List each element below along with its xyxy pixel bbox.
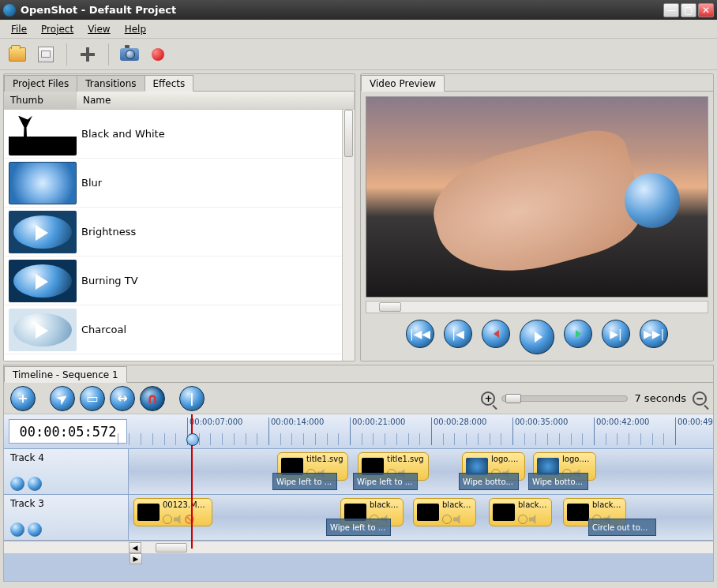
- track-row: Track 4 title1.svg title1.svg logo.png l…: [4, 449, 713, 495]
- menu-help[interactable]: Help: [118, 22, 152, 36]
- play-button[interactable]: [520, 320, 554, 354]
- timeline-ruler[interactable]: 00:00:07:00000:00:14:00000:00:21:00000:0…: [132, 414, 713, 448]
- clip-thumb: [567, 504, 589, 521]
- clip-visible-icon: [518, 515, 527, 524]
- timeline-body[interactable]: 00:00:05:572 00:00:07:00000:00:14:00000:…: [4, 414, 713, 581]
- project-panel: Project Files Transitions Effects Thumb …: [3, 73, 355, 361]
- timeline-hscrollbar[interactable]: ◀▶: [4, 541, 713, 553]
- clip-label: black.svg: [592, 500, 622, 509]
- track-visible-button[interactable]: [10, 477, 24, 491]
- ruler-minor-tick: [490, 433, 490, 445]
- ruler-minor-tick: [547, 433, 548, 445]
- tab-transitions[interactable]: Transitions: [77, 75, 145, 92]
- ruler-minor-tick: [524, 433, 525, 445]
- transition[interactable]: ⬆Wipe botto...: [528, 473, 588, 490]
- record-button[interactable]: [147, 43, 169, 66]
- track-header[interactable]: Track 4: [4, 449, 129, 494]
- ruler-minor-tick: [141, 433, 141, 445]
- preview-seek-bar[interactable]: [366, 301, 708, 313]
- track-lane[interactable]: 00123.MTS.mp4 black.svg black.svg black.…: [129, 495, 713, 540]
- import-button[interactable]: [77, 43, 99, 66]
- snapshot-button[interactable]: [118, 43, 141, 66]
- seek-end-button[interactable]: ▶▶|: [640, 320, 668, 348]
- effect-row[interactable]: Brightness: [4, 208, 342, 257]
- close-button[interactable]: ✕: [698, 3, 714, 17]
- clip-audio-icon: [529, 515, 539, 524]
- transition-arrow-icon: ⬆: [482, 473, 494, 476]
- effect-thumb: [9, 211, 77, 253]
- add-marker-button[interactable]: |: [179, 386, 205, 411]
- menu-view[interactable]: View: [81, 22, 116, 36]
- column-thumb[interactable]: Thumb: [4, 92, 77, 109]
- track-header[interactable]: Track 3: [4, 495, 129, 540]
- ruler-minor-tick: [385, 433, 385, 445]
- tab-timeline[interactable]: Timeline - Sequence 1: [4, 366, 127, 383]
- open-button[interactable]: [6, 43, 28, 66]
- zoom-in-button[interactable]: [481, 391, 495, 406]
- video-preview[interactable]: [366, 96, 708, 298]
- effect-row[interactable]: Burning TV: [4, 257, 342, 305]
- column-name[interactable]: Name: [77, 92, 355, 109]
- transition-arrow-icon: ⬆: [616, 519, 628, 522]
- zoom-slider-thumb[interactable]: [505, 394, 521, 403]
- seek-start-button[interactable]: |◀◀: [406, 320, 434, 348]
- clip-label: black.svg: [370, 500, 400, 509]
- effect-row[interactable]: Black and White: [4, 110, 342, 159]
- razor-tool-button[interactable]: ▭: [80, 386, 105, 411]
- ruler-minor-tick: [466, 433, 467, 445]
- toolbar-separator: [66, 43, 67, 66]
- effect-name: Brightness: [81, 226, 136, 238]
- minimize-button[interactable]: —: [663, 3, 679, 17]
- clip[interactable]: 00123.MTS.mp4: [133, 498, 212, 526]
- ruler-minor-tick: [454, 433, 455, 445]
- menu-file[interactable]: File: [5, 22, 33, 36]
- track-audio-button[interactable]: [28, 522, 42, 537]
- next-frame-button[interactable]: [564, 320, 592, 348]
- rewind-button[interactable]: |◀: [444, 320, 472, 348]
- clip-label: logo.png: [562, 455, 592, 463]
- seek-thumb[interactable]: [379, 302, 401, 312]
- hscroll-thumb[interactable]: [156, 543, 187, 552]
- maximize-button[interactable]: ▢: [681, 3, 696, 17]
- effects-scrollbar[interactable]: [342, 110, 355, 361]
- play-icon: [535, 331, 542, 343]
- track-audio-button[interactable]: [28, 477, 42, 491]
- preview-tabs: Video Preview: [361, 74, 713, 92]
- transition[interactable]: ⬆Circle out to...: [588, 519, 656, 536]
- prev-frame-button[interactable]: [482, 320, 510, 348]
- clip[interactable]: black.svg: [413, 498, 476, 526]
- select-tool-button[interactable]: ➤: [50, 386, 75, 411]
- menu-project[interactable]: Project: [35, 22, 80, 36]
- transition[interactable]: ⬆Wipe left to ...: [272, 473, 337, 490]
- effect-row[interactable]: Charcoal: [4, 305, 342, 354]
- playhead[interactable]: [191, 414, 193, 549]
- transition[interactable]: ⬆Wipe botto...: [459, 473, 519, 490]
- clip-label: 00123.MTS.mp4: [163, 500, 208, 509]
- hscroll-right[interactable]: ▶: [130, 553, 142, 564]
- save-button[interactable]: [35, 43, 57, 66]
- transition[interactable]: ⬆Wipe left to ...: [353, 473, 418, 490]
- zoom-slider[interactable]: [501, 395, 628, 402]
- track-lane[interactable]: title1.svg title1.svg logo.png logo.png …: [129, 449, 713, 494]
- clip[interactable]: black.svg: [489, 498, 552, 526]
- transition[interactable]: ⬆Wipe left to ...: [326, 519, 391, 536]
- snap-tool-button[interactable]: ∩: [140, 386, 165, 411]
- ruler-minor-tick: [501, 433, 501, 445]
- effects-list[interactable]: Black and White Blur Brightness Burning …: [4, 110, 342, 361]
- ruler-minor-tick: [443, 433, 444, 445]
- ruler-minor-tick: [362, 433, 362, 445]
- tab-effects[interactable]: Effects: [145, 75, 194, 92]
- tab-project-files[interactable]: Project Files: [4, 75, 77, 92]
- effect-row[interactable]: Blur: [4, 159, 342, 208]
- scrollbar-thumb[interactable]: [344, 110, 353, 157]
- fast-forward-button[interactable]: ▶|: [602, 320, 630, 348]
- hscroll-left[interactable]: ◀: [129, 542, 141, 553]
- tab-video-preview[interactable]: Video Preview: [361, 75, 445, 92]
- add-track-button[interactable]: +: [10, 386, 36, 411]
- save-icon: [38, 47, 54, 62]
- main-toolbar: [0, 39, 717, 70]
- zoom-out-button[interactable]: [693, 391, 707, 406]
- ruler-minor-tick: [234, 433, 235, 445]
- track-visible-button[interactable]: [10, 522, 24, 537]
- resize-tool-button[interactable]: ↔: [110, 386, 135, 411]
